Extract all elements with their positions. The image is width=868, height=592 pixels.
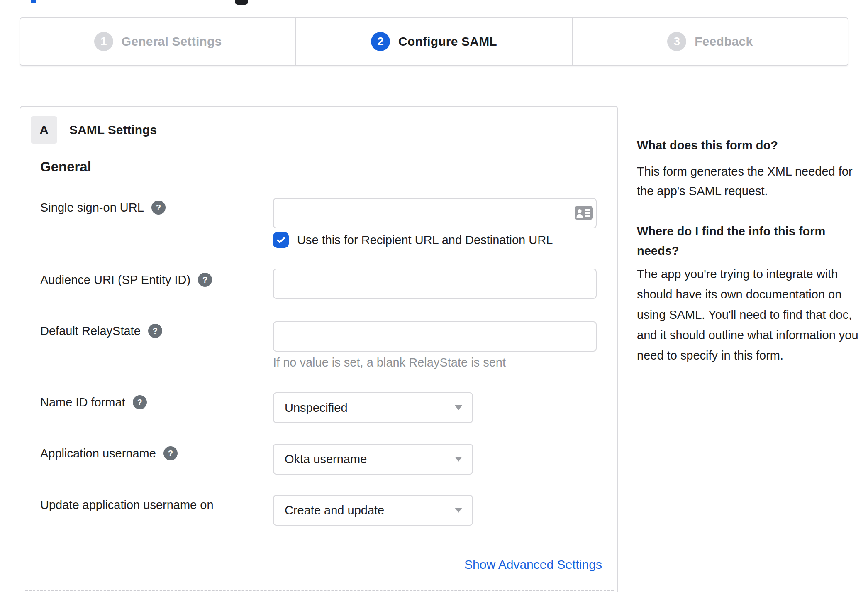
step-feedback[interactable]: 3 Feedback (572, 18, 848, 65)
default-relaystate-input[interactable] (273, 321, 597, 352)
application-username-value: Okta username (285, 453, 367, 466)
section-divider (25, 590, 614, 591)
help-sidebar: What does this form do? This form genera… (637, 137, 863, 366)
update-username-on-value: Create and update (285, 504, 384, 517)
help-icon[interactable]: ? (198, 273, 212, 287)
name-id-format-select[interactable]: Unspecified (273, 392, 473, 423)
recipient-destination-checkbox[interactable] (273, 232, 289, 248)
step-3-number-badge: 3 (667, 32, 686, 51)
update-username-on-label: Update application username on (40, 497, 214, 513)
application-username-label: Application username ? (40, 445, 178, 462)
panel-title: SAML Settings (69, 116, 157, 144)
step-3-label: Feedback (695, 34, 753, 49)
chevron-down-icon (455, 508, 462, 513)
saml-settings-panel: A SAML Settings General Single sign-on U… (20, 106, 618, 592)
help-icon[interactable]: ? (151, 201, 166, 215)
show-advanced-settings-link[interactable]: Show Advanced Settings (464, 558, 602, 572)
chevron-down-icon (455, 457, 462, 462)
relaystate-hint: If no value is set, a blank RelayState i… (273, 356, 506, 369)
help-icon[interactable]: ? (133, 395, 147, 409)
step-general-settings[interactable]: 1 General Settings (20, 18, 295, 65)
single-sign-on-url-label: Single sign-on URL ? (40, 199, 166, 216)
sidebar-heading-what: What does this form do? (637, 137, 863, 154)
step-2-label: Configure SAML (398, 34, 497, 49)
single-sign-on-url-input[interactable] (273, 198, 597, 228)
clipped-header-logo (235, 0, 248, 5)
sidebar-paragraph-what: This form generates the XML needed for t… (637, 162, 863, 201)
application-username-select[interactable]: Okta username (273, 444, 473, 475)
recipient-destination-checkbox-label: Use this for Recipient URL and Destinati… (297, 232, 553, 248)
audience-uri-input[interactable] (273, 269, 597, 299)
sidebar-paragraph-where: The app you're trying to integrate with … (637, 264, 863, 366)
audience-uri-label: Audience URI (SP Entity ID) ? (40, 272, 212, 288)
sidebar-heading-where: Where do I find the info this form needs… (637, 222, 863, 261)
step-2-number-badge: 2 (371, 32, 390, 51)
help-icon[interactable]: ? (148, 324, 162, 338)
name-id-format-label: Name ID format ? (40, 394, 147, 411)
step-configure-saml[interactable]: 2 Configure SAML (295, 18, 571, 65)
step-1-number-badge: 1 (94, 32, 113, 51)
update-username-on-select[interactable]: Create and update (273, 495, 473, 526)
general-section-heading: General (40, 159, 91, 175)
checkmark-icon (276, 235, 286, 245)
name-id-format-value: Unspecified (285, 401, 348, 415)
default-relaystate-label: Default RelayState ? (40, 323, 162, 339)
section-a-badge: A (31, 116, 57, 144)
chevron-down-icon (455, 405, 462, 410)
wizard-stepper: 1 General Settings 2 Configure SAML 3 Fe… (20, 17, 848, 66)
step-1-label: General Settings (122, 34, 222, 49)
help-icon[interactable]: ? (163, 446, 178, 460)
saml-configuration-screen: 1 General Settings 2 Configure SAML 3 Fe… (0, 0, 868, 592)
clipped-page-title-accent (31, 0, 36, 3)
